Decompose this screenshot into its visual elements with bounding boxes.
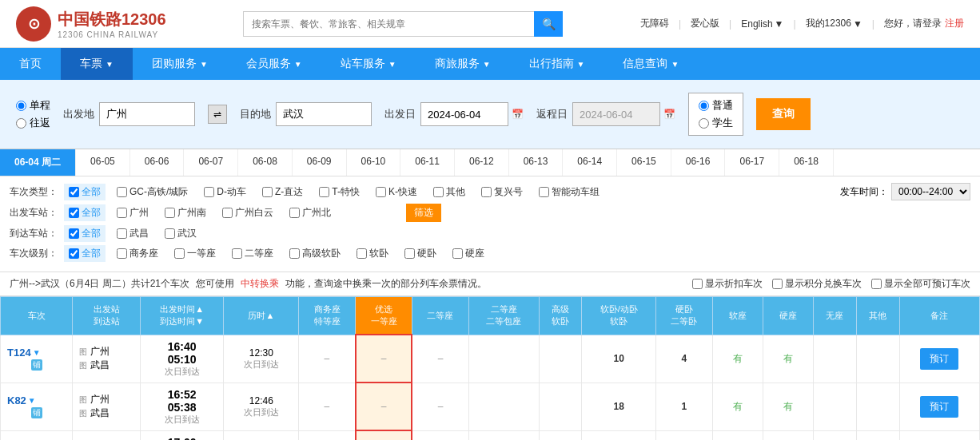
cell-ruanzuo-1: 有 <box>712 383 763 430</box>
filter-wuchang[interactable]: 武昌 <box>112 225 153 242</box>
train-expand-1[interactable]: ▼ <box>28 396 36 405</box>
to-input[interactable] <box>276 102 372 126</box>
return-input[interactable] <box>572 102 660 126</box>
transfer-link[interactable]: 中转换乘 <box>241 277 279 291</box>
date-tab-11[interactable]: 06-15 <box>617 149 671 176</box>
from-input[interactable] <box>99 102 195 126</box>
filter-depart-all[interactable]: 全部 <box>64 204 106 221</box>
filter-smart[interactable]: 智能动车组 <box>534 184 604 200</box>
date-tab-0[interactable]: 06-04 周二 <box>0 149 76 176</box>
filter-guangzhounan[interactable]: 广州南 <box>160 204 211 221</box>
train-num-link-0[interactable]: T124 <box>7 347 31 359</box>
all-checkbox[interactable] <box>871 279 882 289</box>
filter-yingzuo[interactable]: 硬座 <box>448 245 489 262</box>
cell-yingwo-2: 11 <box>655 430 712 440</box>
filter-button[interactable]: 筛选 <box>406 204 441 222</box>
filter-all-types[interactable]: 全部 <box>64 184 106 200</box>
points-checkbox-label[interactable]: 显示积分兑换车次 <box>772 277 862 291</box>
book-button-0[interactable]: 预订 <box>920 348 958 370</box>
filter-k[interactable]: K-快速 <box>371 184 422 200</box>
search-input[interactable] <box>243 11 534 37</box>
no-barrier-link[interactable]: 无障碍 <box>640 17 669 30</box>
query-button[interactable]: 查询 <box>756 98 811 130</box>
filter-other[interactable]: 其他 <box>428 184 470 200</box>
date-tab-12[interactable]: 06-16 <box>671 149 726 176</box>
points-checkbox[interactable] <box>772 279 783 289</box>
nav-info[interactable]: 信息查询▼ <box>604 48 698 80</box>
filter-fuxing[interactable]: 复兴号 <box>476 184 528 200</box>
nav-business[interactable]: 商旅服务▼ <box>416 48 510 80</box>
time-range-select[interactable]: 00:00--24:00 <box>891 183 970 200</box>
filter-z[interactable]: Z-直达 <box>257 184 308 200</box>
arrive-note2-0: 次日到达 <box>244 359 279 369</box>
nav-guide[interactable]: 出行指南▼ <box>510 48 604 80</box>
route-text: 广州-->武汉（6月4日 周二）共计21个车次 <box>10 277 189 291</box>
filter-guangzhou[interactable]: 广州 <box>112 204 153 221</box>
date-tab-5[interactable]: 06-09 <box>293 149 347 176</box>
nav-tickets[interactable]: 车票▼ <box>61 48 133 80</box>
depart-input[interactable] <box>420 102 508 126</box>
date-tab-7[interactable]: 06-11 <box>400 149 455 176</box>
nav-member[interactable]: 会员服务▼ <box>227 48 321 80</box>
filter-erdeng[interactable]: 二等座 <box>227 245 278 262</box>
student-ticket-radio[interactable]: 学生 <box>699 116 733 130</box>
date-tab-4[interactable]: 06-08 <box>238 149 293 176</box>
normal-ticket-radio[interactable]: 普通 <box>699 98 733 113</box>
from-station-1: 广州 <box>90 393 110 406</box>
col-stations: 出发站到达站 <box>73 297 141 335</box>
date-tab-1[interactable]: 06-05 <box>76 149 130 176</box>
swap-button[interactable]: ⇌ <box>208 105 227 124</box>
single-trip-radio[interactable]: 单程 <box>16 98 50 113</box>
book-button-1[interactable]: 预订 <box>920 396 958 418</box>
date-tab-14[interactable]: 06-18 <box>779 149 834 176</box>
filter-ruanwo[interactable]: 软卧 <box>352 245 393 262</box>
arrive-note2-1: 次日到达 <box>244 407 279 417</box>
cell-other-1 <box>856 383 899 430</box>
date-tab-8[interactable]: 06-12 <box>455 149 509 176</box>
nav-group[interactable]: 团购服务▼ <box>133 48 227 80</box>
filter-yingwo[interactable]: 硬卧 <box>400 245 441 262</box>
date-tab-9[interactable]: 06-13 <box>509 149 564 176</box>
cell-yingzuo-1: 有 <box>763 383 813 430</box>
return-trip-radio[interactable]: 往返 <box>16 116 50 130</box>
date-tab-6[interactable]: 06-10 <box>347 149 401 176</box>
greeting-text[interactable]: 您好，请登录 <box>884 17 942 30</box>
search-icon-button[interactable]: 🔍 <box>534 11 563 37</box>
arrive-station-label: 到达车站： <box>10 227 58 240</box>
return-calendar-icon[interactable]: 📅 <box>663 109 675 120</box>
nav-station[interactable]: 站车服务▼ <box>321 48 416 80</box>
train-num-link-1[interactable]: K82 <box>7 394 26 406</box>
filter-shangwu[interactable]: 商务座 <box>112 245 163 262</box>
date-tab-3[interactable]: 06-07 <box>184 149 238 176</box>
filter-gaoji-ruanwo[interactable]: 高级软卧 <box>285 245 345 262</box>
cell-erteng-2: – <box>412 430 468 440</box>
filter-t[interactable]: T-特快 <box>314 184 365 200</box>
all-checkbox-label[interactable]: 显示全部可预订车次 <box>871 277 970 291</box>
english-selector[interactable]: English ▼ <box>741 18 783 30</box>
discount-checkbox[interactable] <box>692 279 703 289</box>
depart-calendar-icon[interactable]: 📅 <box>512 109 524 120</box>
filter-guangzhouBei[interactable]: 广州北 <box>285 204 336 221</box>
date-tab-10[interactable]: 06-14 <box>563 149 617 176</box>
filter-class-all[interactable]: 全部 <box>64 245 106 262</box>
depart-time-1: 16:52 <box>147 388 217 401</box>
train-table-container: 车次 出发站到达站 出发时间▲到达时间▼ 历时▲ 商务座特等座 优选一等座 二等… <box>0 296 980 440</box>
cell-other-0 <box>856 335 899 383</box>
love-version-link[interactable]: 爱心版 <box>691 17 719 30</box>
train-expand-0[interactable]: ▼ <box>33 348 41 357</box>
filter-arrive-all[interactable]: 全部 <box>64 225 106 242</box>
my12306-link[interactable]: 我的12306 ▼ <box>806 17 862 30</box>
nav-home[interactable]: 首页 <box>0 48 61 80</box>
filter-wuhan[interactable]: 武汉 <box>160 225 201 242</box>
train-table-body: T124 ▼ 铺 图广州 图武昌 16:40 05:10 次日到达 12:30次… <box>1 335 980 440</box>
filter-d[interactable]: D-动车 <box>199 184 251 200</box>
filter-gc[interactable]: GC-高铁/城际 <box>112 184 193 200</box>
cell-yingzuo-2: 候补 <box>763 430 813 440</box>
date-tab-2[interactable]: 06-06 <box>130 149 185 176</box>
filter-guangzhoubai[interactable]: 广州白云 <box>217 204 278 221</box>
filter-yideng[interactable]: 一等座 <box>169 245 221 262</box>
discount-checkbox-label[interactable]: 显示折扣车次 <box>692 277 763 291</box>
to-station-1: 武昌 <box>90 406 110 420</box>
date-tab-13[interactable]: 06-17 <box>725 149 779 176</box>
register-link[interactable]: 注册 <box>945 17 964 30</box>
